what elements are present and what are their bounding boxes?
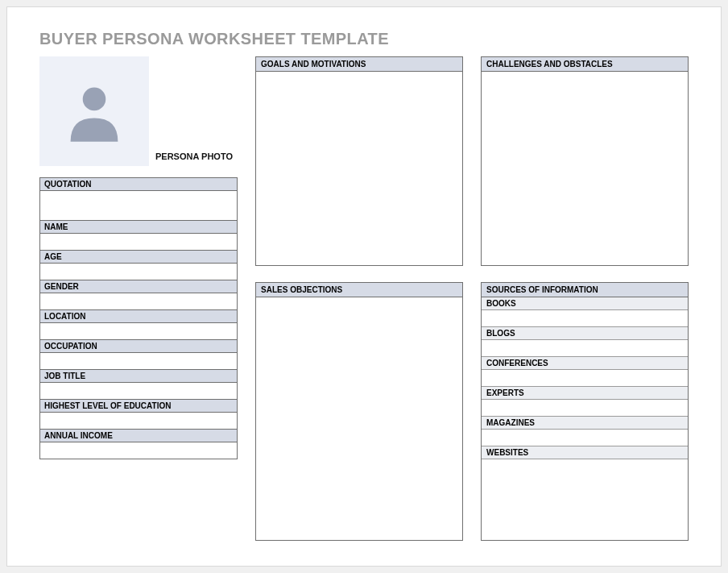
field-job-title-value[interactable] xyxy=(40,383,237,399)
panel-goals-label: GOALS AND MOTIVATIONS xyxy=(256,57,462,72)
field-gender-label: GENDER xyxy=(40,280,237,293)
field-name: NAME xyxy=(39,221,238,251)
field-location-value[interactable] xyxy=(40,323,237,339)
field-location-label: LOCATION xyxy=(40,310,237,323)
field-education-value[interactable] xyxy=(40,413,237,429)
sub-experts: EXPERTS xyxy=(482,386,688,416)
sub-websites-value[interactable] xyxy=(482,459,688,475)
sub-magazines-value[interactable] xyxy=(482,430,688,446)
worksheet-page: BUYER PERSONA WORKSHEET TEMPLATE PERSONA… xyxy=(6,6,722,567)
field-name-label: NAME xyxy=(40,221,237,234)
field-name-value[interactable] xyxy=(40,234,237,250)
field-gender: GENDER xyxy=(39,280,238,310)
sub-magazines-label: MAGAZINES xyxy=(482,416,688,430)
left-column: PERSONA PHOTO QUOTATION NAME AGE GENDER xyxy=(39,56,238,541)
panel-challenges-value[interactable] xyxy=(482,72,688,265)
field-age: AGE xyxy=(39,251,238,280)
sub-blogs-label: BLOGS xyxy=(482,326,688,340)
field-location: LOCATION xyxy=(39,310,238,340)
columns: PERSONA PHOTO QUOTATION NAME AGE GENDER xyxy=(39,56,689,541)
left-fields: QUOTATION NAME AGE GENDER LOCATION xyxy=(39,177,238,459)
panel-sources-label: SOURCES OF INFORMATION xyxy=(482,283,688,297)
photo-row: PERSONA PHOTO xyxy=(39,56,238,166)
field-quotation: QUOTATION xyxy=(39,177,238,221)
sub-websites: WEBSITES xyxy=(482,446,688,475)
field-quotation-label: QUOTATION xyxy=(40,178,237,191)
field-job-title: JOB TITLE xyxy=(39,370,238,400)
field-age-label: AGE xyxy=(40,251,237,264)
field-occupation-value[interactable] xyxy=(40,353,237,369)
field-job-title-label: JOB TITLE xyxy=(40,370,237,383)
sub-experts-label: EXPERTS xyxy=(482,386,688,400)
right-column: CHALLENGES AND OBSTACLES SOURCES OF INFO… xyxy=(481,56,689,541)
field-education-label: HIGHEST LEVEL OF EDUCATION xyxy=(40,400,237,413)
panel-goals-value[interactable] xyxy=(256,72,462,265)
panel-objections-value[interactable] xyxy=(256,297,462,540)
page-title: BUYER PERSONA WORKSHEET TEMPLATE xyxy=(39,30,689,48)
middle-column: GOALS AND MOTIVATIONS SALES OBJECTIONS xyxy=(255,56,463,541)
sub-blogs-value[interactable] xyxy=(482,340,688,356)
panel-objections-label: SALES OBJECTIONS xyxy=(256,283,462,297)
panel-sources: SOURCES OF INFORMATION BOOKS BLOGS CONFE… xyxy=(481,282,689,541)
field-age-value[interactable] xyxy=(40,264,237,280)
panel-challenges-label: CHALLENGES AND OBSTACLES xyxy=(482,57,688,72)
sub-experts-value[interactable] xyxy=(482,400,688,416)
field-education: HIGHEST LEVEL OF EDUCATION xyxy=(39,400,238,430)
field-income: ANNUAL INCOME xyxy=(39,430,238,459)
field-quotation-value[interactable] xyxy=(40,191,237,220)
person-icon xyxy=(60,77,128,145)
sub-magazines: MAGAZINES xyxy=(482,416,688,446)
sub-books-value[interactable] xyxy=(482,310,688,326)
field-occupation-label: OCCUPATION xyxy=(40,340,237,353)
sub-blogs: BLOGS xyxy=(482,326,688,356)
sub-conferences: CONFERENCES xyxy=(482,356,688,386)
panel-goals: GOALS AND MOTIVATIONS xyxy=(255,56,463,266)
field-income-value[interactable] xyxy=(40,442,237,459)
field-occupation: OCCUPATION xyxy=(39,340,238,370)
field-income-label: ANNUAL INCOME xyxy=(40,430,237,442)
svg-point-0 xyxy=(83,88,106,111)
sub-conferences-label: CONFERENCES xyxy=(482,356,688,370)
panel-challenges: CHALLENGES AND OBSTACLES xyxy=(481,56,689,266)
field-gender-value[interactable] xyxy=(40,293,237,309)
persona-photo-label: PERSONA PHOTO xyxy=(155,152,233,166)
sub-books-label: BOOKS xyxy=(482,297,688,310)
sub-websites-label: WEBSITES xyxy=(482,446,688,459)
persona-photo-placeholder xyxy=(39,56,149,166)
sub-books: BOOKS xyxy=(482,297,688,326)
panel-sources-body: BOOKS BLOGS CONFERENCES EXPERTS xyxy=(482,297,688,540)
panel-objections: SALES OBJECTIONS xyxy=(255,282,463,541)
sub-conferences-value[interactable] xyxy=(482,370,688,386)
